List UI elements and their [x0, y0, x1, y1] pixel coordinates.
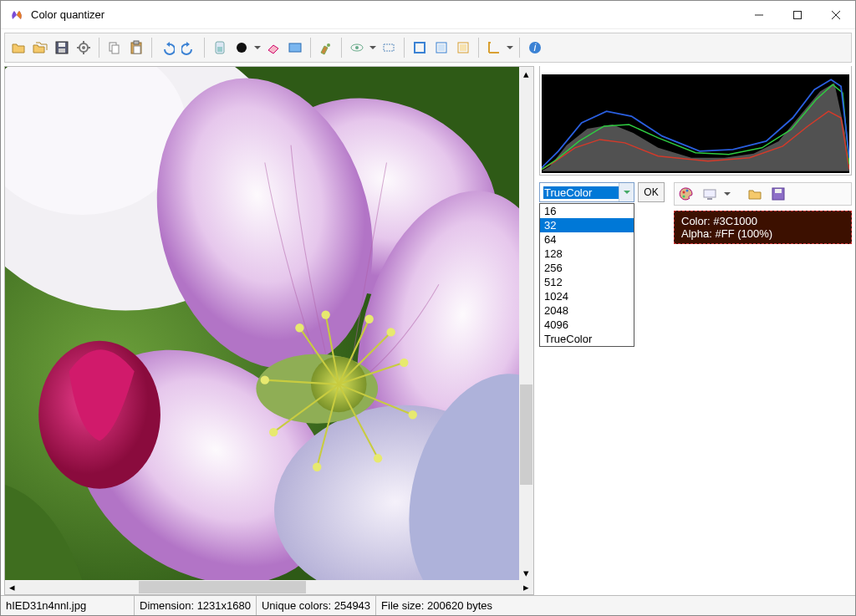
color-info-box: Color: #3C1000 Alpha: #FF (100%) [674, 211, 852, 244]
eraser-button[interactable] [263, 38, 283, 58]
color-count-combo[interactable]: TrueColor 163264128256512102420484096Tru… [539, 182, 634, 202]
svg-rect-6 [59, 48, 65, 53]
undo-button[interactable] [157, 38, 177, 58]
svg-rect-25 [384, 44, 394, 51]
copy-button[interactable] [104, 38, 125, 58]
guides-dropdown[interactable] [506, 44, 514, 51]
combo-dropdown-button[interactable] [619, 183, 634, 201]
redo-button[interactable] [179, 38, 199, 58]
status-file: hIED31n4nnl.jpg [1, 596, 135, 615]
window-title: Color quantizer [31, 8, 740, 21]
preview-dropdown[interactable] [369, 44, 377, 51]
svg-point-64 [386, 328, 395, 336]
preview-button[interactable] [347, 38, 367, 58]
color-count-option[interactable]: 2048 [540, 303, 634, 318]
crop-select-button[interactable] [410, 38, 430, 58]
image-canvas[interactable]: ▴ ▾ [5, 67, 533, 580]
scroll-left-icon[interactable]: ◂ [5, 580, 19, 594]
svg-rect-72 [775, 189, 782, 193]
eyedropper-button[interactable] [210, 38, 230, 58]
scroll-up-icon[interactable]: ▴ [519, 67, 533, 81]
save-button[interactable] [52, 38, 72, 58]
batch-button[interactable] [30, 38, 50, 58]
maximize-button[interactable] [778, 2, 817, 28]
svg-rect-19 [217, 47, 222, 52]
svg-point-67 [686, 190, 689, 192]
guides-button[interactable] [484, 38, 504, 58]
svg-point-55 [295, 323, 303, 332]
info-button[interactable]: i [525, 38, 545, 58]
crop-rotate-button[interactable] [453, 38, 473, 58]
screen-button[interactable] [285, 38, 305, 58]
svg-point-22 [327, 43, 330, 47]
save-palette-button[interactable] [768, 184, 788, 204]
vertical-scrollbar[interactable]: ▴ ▾ [519, 67, 533, 580]
ok-button[interactable]: OK [638, 182, 665, 202]
combo-value: TrueColor [543, 186, 619, 199]
svg-point-58 [409, 410, 417, 419]
color-count-option[interactable]: TrueColor [540, 332, 634, 346]
svg-point-63 [321, 310, 329, 318]
histogram[interactable] [542, 74, 849, 173]
svg-rect-21 [289, 43, 301, 52]
svg-rect-26 [415, 43, 425, 53]
horizontal-scrollbar[interactable]: ◂ ▸ [5, 580, 533, 594]
levels-panel: Levels [539, 66, 852, 176]
paste-button[interactable] [126, 38, 146, 58]
status-file-size: File size: 200620 bytes [376, 596, 855, 615]
scroll-right-icon[interactable]: ▸ [519, 580, 533, 594]
color-count-dropdown: 163264128256512102420484096TrueColor [539, 203, 634, 347]
toolbar-separator [519, 38, 520, 58]
svg-rect-17 [134, 46, 140, 53]
toolbar-separator [310, 38, 311, 58]
svg-rect-28 [438, 44, 445, 51]
monitor-icon[interactable] [700, 184, 720, 204]
status-unique-colors: Unique colors: 254943 [257, 596, 376, 615]
svg-point-24 [355, 46, 359, 49]
color-count-option[interactable]: 256 [540, 261, 634, 275]
color-count-option[interactable]: 128 [540, 247, 634, 261]
open-palette-button[interactable] [745, 184, 765, 204]
color-count-option[interactable]: 64 [540, 232, 634, 247]
svg-point-68 [683, 196, 685, 198]
toolbar-separator [404, 38, 405, 58]
crop-fit-button[interactable] [431, 38, 451, 58]
toolbar: i [4, 33, 852, 63]
open-file-button[interactable] [8, 38, 28, 58]
toolbar-separator [99, 38, 99, 58]
minimize-button[interactable] [740, 2, 778, 28]
horizontal-scroll-thumb[interactable] [139, 581, 306, 593]
toolbar-separator [478, 38, 479, 58]
monitor-dropdown[interactable] [723, 191, 731, 197]
svg-point-8 [82, 46, 85, 49]
svg-point-66 [683, 191, 685, 194]
color-count-option[interactable]: 4096 [540, 318, 634, 332]
vertical-scroll-thumb[interactable] [520, 384, 532, 485]
brush-button[interactable] [316, 38, 336, 58]
palette-icon[interactable] [676, 184, 696, 204]
svg-point-20 [237, 43, 247, 53]
levels-label: Levels [547, 66, 586, 68]
color-value-label: Color: #3C1000 [681, 215, 844, 227]
settings-button[interactable] [74, 38, 94, 58]
app-icon [9, 8, 24, 23]
svg-rect-30 [460, 44, 466, 51]
color-count-option[interactable]: 512 [540, 275, 634, 289]
color-swatch-dropdown[interactable] [253, 44, 262, 51]
svg-point-59 [374, 454, 382, 462]
color-swatch-button[interactable] [232, 38, 252, 58]
color-count-option[interactable]: 32 [540, 218, 634, 232]
color-count-option[interactable]: 16 [540, 204, 634, 218]
close-button[interactable] [817, 2, 855, 28]
svg-point-57 [400, 359, 408, 367]
svg-point-60 [313, 463, 321, 471]
canvas-pane: ▴ ▾ ◂ ▸ [4, 66, 534, 595]
actual-size-button[interactable] [379, 38, 399, 58]
color-count-option[interactable]: 1024 [540, 289, 634, 303]
toolbar-separator [341, 38, 342, 58]
right-panel: Levels TrueColor 16326412825651210242048… [539, 66, 852, 595]
palette-toolbar [674, 182, 852, 206]
svg-rect-1 [794, 11, 802, 18]
alpha-value-label: Alpha: #FF (100%) [681, 227, 844, 240]
scroll-down-icon[interactable]: ▾ [519, 566, 533, 580]
